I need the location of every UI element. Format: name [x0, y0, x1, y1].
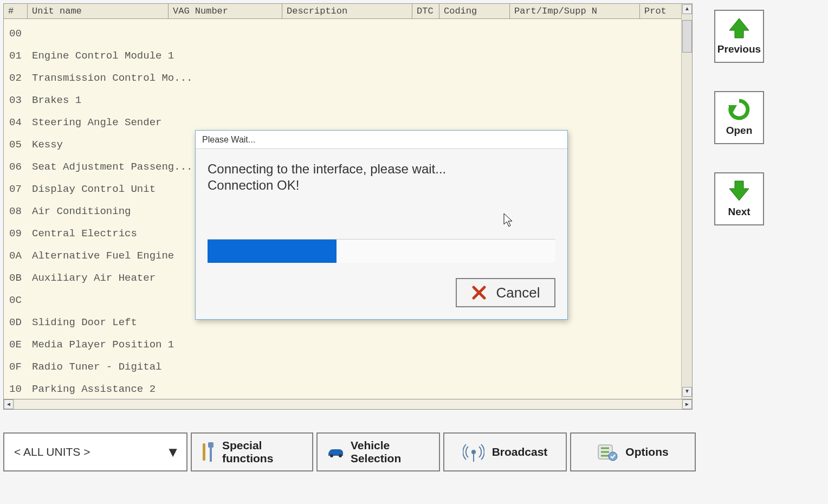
- dialog-title: Please Wait...: [196, 131, 567, 149]
- next-label: Next: [728, 206, 750, 217]
- scroll-right-icon[interactable]: ►: [682, 399, 692, 409]
- next-button[interactable]: Next: [714, 172, 764, 225]
- dialog-message-line1: Connecting to the interface, please wait…: [208, 161, 555, 177]
- row-id: 08: [4, 205, 28, 217]
- bottom-toolbar: < ALL UNITS > ▼ Special functions Vehicl…: [3, 432, 694, 471]
- svg-point-14: [609, 452, 617, 461]
- svg-point-6: [330, 454, 333, 457]
- close-icon: [471, 285, 487, 300]
- progress-fill: [208, 240, 337, 263]
- table-row[interactable]: 10Parking Assistance 2: [4, 378, 692, 398]
- table-row[interactable]: 0FRadio Tuner - Digital: [4, 356, 692, 378]
- svg-rect-5: [210, 448, 212, 462]
- row-id: 02: [4, 72, 28, 84]
- chevron-down-icon: ▼: [166, 444, 180, 461]
- svg-rect-4: [208, 442, 214, 448]
- options-button[interactable]: Options: [570, 432, 696, 471]
- row-unit-name: Engine Control Module 1: [28, 50, 515, 62]
- vertical-scrollbar[interactable]: ▲ ▼: [681, 4, 692, 409]
- scroll-left-icon[interactable]: ◄: [4, 399, 14, 409]
- row-id: 0A: [4, 250, 28, 262]
- svg-point-8: [471, 450, 476, 454]
- broadcast-icon: [463, 441, 484, 463]
- reload-icon: [727, 98, 751, 121]
- svg-marker-2: [729, 181, 749, 201]
- special-functions-button[interactable]: Special functions: [191, 432, 313, 471]
- row-id: 0B: [4, 272, 28, 284]
- col-coding[interactable]: Coding: [439, 4, 510, 18]
- row-id: 03: [4, 94, 28, 106]
- please-wait-dialog: Please Wait... Connecting to the interfa…: [195, 130, 568, 320]
- dialog-message-line2: Connection OK!: [208, 177, 555, 193]
- row-id: 0D: [4, 316, 28, 328]
- table-row[interactable]: 01Engine Control Module 1: [4, 44, 692, 67]
- col-part[interactable]: Part/Imp/Supp N: [510, 4, 640, 18]
- progress-bar: [208, 239, 555, 263]
- svg-marker-0: [729, 18, 749, 38]
- row-unit-name: Parking Assistance 2: [28, 383, 515, 395]
- col-vag-number[interactable]: VAG Number: [169, 4, 282, 18]
- row-id: 04: [4, 117, 28, 128]
- cancel-label: Cancel: [496, 285, 540, 301]
- table-header-row: # Unit name VAG Number Description DTC C…: [4, 4, 692, 19]
- row-id: 0F: [4, 361, 28, 373]
- col-unit-name[interactable]: Unit name: [28, 4, 169, 18]
- row-id: 00: [4, 28, 28, 40]
- options-icon: [597, 442, 618, 462]
- vehicle-selection-button[interactable]: Vehicle Selection: [316, 432, 440, 471]
- row-id: 05: [4, 139, 28, 151]
- arrow-down-icon: [727, 179, 751, 203]
- row-id: 01: [4, 50, 28, 62]
- row-id: 09: [4, 228, 28, 240]
- car-icon: [326, 446, 343, 458]
- vehicle-selection-label: Vehicle Selection: [351, 439, 430, 465]
- table-row[interactable]: 00: [4, 22, 692, 44]
- row-unit-name: Transmission Control Mo...: [28, 72, 515, 84]
- table-row[interactable]: 03Brakes 1: [4, 89, 692, 111]
- broadcast-label: Broadcast: [492, 445, 548, 458]
- table-row[interactable]: 0EMedia Player Position 1: [4, 333, 692, 356]
- tools-icon: [200, 441, 215, 463]
- row-unit-name: Steering Angle Sender: [28, 117, 515, 128]
- row-id: 07: [4, 183, 28, 195]
- col-dtc[interactable]: DTC: [412, 4, 439, 18]
- row-unit-name: Radio Tuner - Digital: [28, 361, 515, 373]
- special-functions-label: Special functions: [222, 439, 303, 465]
- arrow-up-icon: [727, 16, 751, 40]
- row-unit-name: Brakes 1: [28, 94, 515, 106]
- row-id: 0E: [4, 339, 28, 351]
- broadcast-button[interactable]: Broadcast: [443, 432, 567, 471]
- scroll-thumb[interactable]: [682, 20, 692, 53]
- scroll-up-icon[interactable]: ▲: [682, 4, 692, 14]
- svg-point-7: [339, 454, 342, 457]
- col-num[interactable]: #: [4, 4, 28, 18]
- filter-label: < ALL UNITS >: [14, 445, 90, 458]
- previous-label: Previous: [717, 43, 761, 55]
- horizontal-scrollbar[interactable]: ◄ ►: [3, 399, 693, 410]
- previous-button[interactable]: Previous: [714, 10, 764, 63]
- svg-rect-3: [203, 443, 205, 461]
- row-id: 0C: [4, 294, 28, 306]
- table-row[interactable]: 02Transmission Control Mo...: [4, 67, 692, 89]
- scroll-down-icon[interactable]: ▼: [682, 387, 692, 397]
- dialog-body: Connecting to the interface, please wait…: [196, 149, 567, 199]
- cancel-button[interactable]: Cancel: [456, 278, 555, 307]
- row-unit-name: Media Player Position 1: [28, 339, 515, 351]
- open-button[interactable]: Open: [714, 91, 764, 144]
- col-prot[interactable]: Prot: [640, 4, 672, 18]
- hscroll-track[interactable]: [15, 400, 681, 409]
- open-label: Open: [726, 125, 753, 136]
- options-label: Options: [625, 445, 668, 458]
- row-id: 06: [4, 161, 28, 173]
- col-description[interactable]: Description: [282, 4, 412, 18]
- units-filter-dropdown[interactable]: < ALL UNITS > ▼: [3, 432, 187, 471]
- row-id: 10: [4, 383, 28, 395]
